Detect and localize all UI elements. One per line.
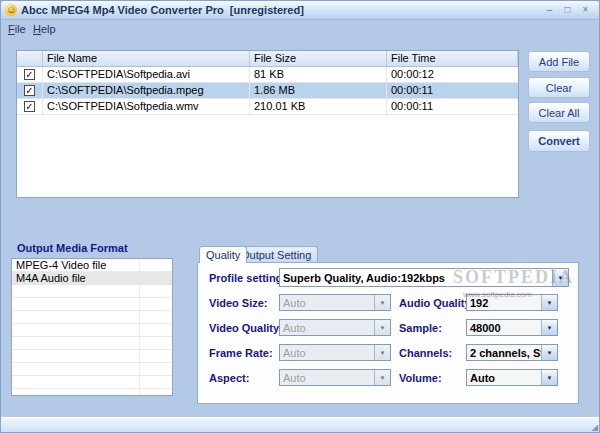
cell-file-time: 00:00:11: [387, 83, 518, 98]
cell-file-size: 1.86 MB: [250, 83, 387, 98]
dropdown-arrow-icon[interactable]: ▼: [541, 370, 557, 385]
window-title: Abcc MPEG4 Mp4 Video Converter Pro [unre…: [21, 4, 304, 16]
video-quality-select: Auto ▼: [279, 319, 391, 336]
dropdown-arrow-icon[interactable]: ▼: [552, 269, 568, 286]
audio-quality-label: Audio Quality:: [399, 297, 474, 309]
cell-file-time: 00:00:12: [387, 67, 518, 82]
dropdown-arrow-icon: ▼: [374, 345, 390, 360]
close-button[interactable]: ×: [577, 4, 594, 16]
file-table: File Name File Size File Time ✓ C:\SOFTP…: [16, 50, 519, 198]
audio-quality-select[interactable]: 192 ▼: [466, 294, 558, 311]
cell-file-size: 210.01 KB: [250, 99, 387, 114]
dropdown-arrow-icon: ▼: [374, 370, 390, 385]
output-format-list: MPEG-4 Video file M4A Audio file: [11, 258, 173, 396]
app-window: ☺ Abcc MPEG4 Mp4 Video Converter Pro [un…: [0, 0, 600, 433]
video-size-label: Video Size:: [209, 297, 267, 309]
format-item-mpeg4-video[interactable]: MPEG-4 Video file: [12, 259, 172, 272]
app-icon: ☺: [5, 4, 17, 16]
aspect-select: Auto ▼: [279, 369, 391, 386]
cell-file-size: 81 KB: [250, 67, 387, 82]
menu-item-file[interactable]: File: [5, 22, 29, 36]
table-row[interactable]: ✓ C:\SOFTPEDIA\Softpedia.avi 81 KB 00:00…: [17, 67, 518, 83]
maximize-button[interactable]: □: [559, 4, 576, 16]
volume-label: Volume:: [399, 372, 442, 384]
clear-button[interactable]: Clear: [528, 77, 590, 98]
cell-file-name: C:\SOFTPEDIA\Softpedia.avi: [43, 67, 250, 82]
channels-label: Channels:: [399, 347, 452, 359]
convert-button[interactable]: Convert: [528, 130, 590, 152]
header-file-size[interactable]: File Size: [250, 51, 387, 66]
dropdown-arrow-icon[interactable]: ▼: [541, 320, 557, 335]
dropdown-arrow-icon: ▼: [374, 295, 390, 310]
sample-select[interactable]: 48000 ▼: [466, 319, 558, 336]
header-file-time[interactable]: File Time: [387, 51, 518, 66]
profile-setting-select[interactable]: Superb Quality, Audio:192kbps ▼: [279, 268, 569, 287]
cell-file-time: 00:00:11: [387, 99, 518, 114]
video-size-select: Auto ▼: [279, 294, 391, 311]
row-checkbox[interactable]: ✓: [24, 101, 35, 112]
row-checkbox[interactable]: ✓: [24, 85, 35, 96]
minimize-button[interactable]: –: [541, 4, 558, 16]
dropdown-arrow-icon[interactable]: ▼: [541, 345, 557, 360]
dropdown-arrow-icon[interactable]: ▼: [541, 295, 557, 310]
profile-setting-label: Profile setting:: [209, 272, 286, 284]
smiley-icon: ☺: [6, 4, 16, 15]
format-item-m4a-audio[interactable]: M4A Audio file: [12, 272, 172, 285]
row-checkbox[interactable]: ✓: [24, 69, 35, 80]
output-media-format-label: Output Media Format: [17, 242, 128, 254]
cell-file-name: C:\SOFTPEDIA\Softpedia.mpeg: [43, 83, 250, 98]
add-file-button[interactable]: Add File: [528, 51, 590, 72]
tab-quality[interactable]: Quality: [199, 246, 247, 263]
header-checkbox-column: [17, 51, 43, 66]
sample-label: Sample:: [399, 322, 442, 334]
frame-rate-select: Auto ▼: [279, 344, 391, 361]
video-quality-label: Video Quality:: [209, 322, 283, 334]
cell-file-name: C:\SOFTPEDIA\Softpedia.wmv: [43, 99, 250, 114]
clear-all-button[interactable]: Clear All: [528, 102, 590, 123]
frame-rate-label: Frame Rate:: [209, 347, 273, 359]
header-file-name[interactable]: File Name: [43, 51, 250, 66]
channels-select[interactable]: 2 channels, Stereo ▼: [466, 344, 558, 361]
file-table-header: File Name File Size File Time: [17, 51, 518, 67]
aspect-label: Aspect:: [209, 372, 249, 384]
volume-select[interactable]: Auto ▼: [466, 369, 558, 386]
table-row[interactable]: ✓ C:\SOFTPEDIA\Softpedia.wmv 210.01 KB 0…: [17, 99, 518, 115]
table-row-selected[interactable]: ✓ C:\SOFTPEDIA\Softpedia.mpeg 1.86 MB 00…: [17, 83, 518, 99]
menu-bar: File Help: [1, 20, 599, 38]
menu-item-help[interactable]: Help: [30, 22, 59, 36]
resize-grip[interactable]: [592, 425, 598, 431]
status-bar: [1, 417, 599, 432]
title-bar[interactable]: ☺ Abcc MPEG4 Mp4 Video Converter Pro [un…: [1, 1, 599, 20]
dropdown-arrow-icon: ▼: [374, 320, 390, 335]
